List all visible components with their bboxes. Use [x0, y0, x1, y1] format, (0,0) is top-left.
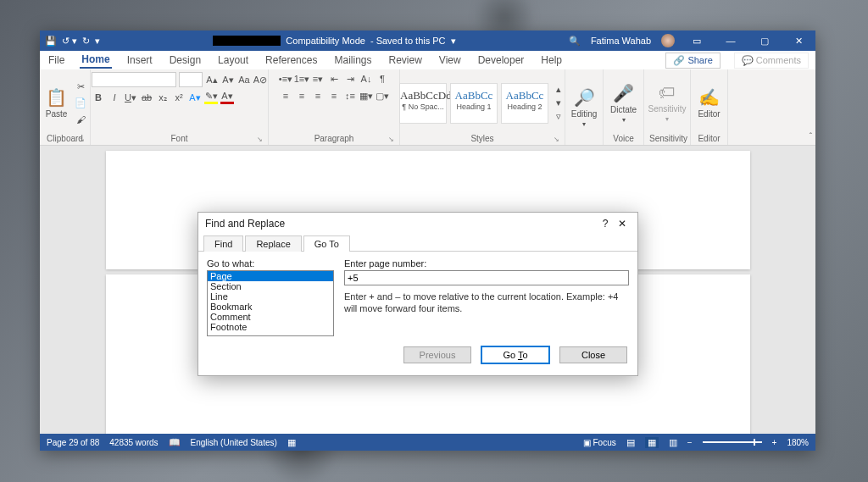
styles-expand-icon[interactable]: ▿	[552, 110, 565, 124]
language-indicator[interactable]: English (United States)	[191, 438, 277, 447]
dialog-close-button[interactable]: ✕	[614, 218, 631, 230]
styles-scroll-up-icon[interactable]: ▴	[552, 83, 565, 97]
subscript-button[interactable]: x₂	[156, 91, 170, 104]
underline-button[interactable]: U▾	[124, 91, 137, 104]
font-dialog-launcher-icon[interactable]: ↘	[257, 136, 263, 143]
font-size-combobox[interactable]	[179, 72, 203, 87]
sensitivity-button[interactable]: 🏷Sensitivity▾	[645, 83, 690, 123]
goto-button[interactable]: Go To	[481, 346, 549, 363]
comments-button[interactable]: 💬 Comments	[734, 53, 809, 69]
tab-help[interactable]: Help	[539, 53, 564, 68]
numbering-icon[interactable]: 1≡▾	[295, 72, 309, 86]
tab-developer[interactable]: Developer	[476, 53, 526, 68]
shrink-font-icon[interactable]: A▾	[221, 73, 235, 86]
strikethrough-button[interactable]: ab	[140, 91, 153, 104]
zoom-out-button[interactable]: −	[687, 438, 693, 447]
decrease-indent-icon[interactable]: ⇤	[327, 72, 341, 86]
increase-indent-icon[interactable]: ⇥	[343, 72, 357, 86]
zoom-level[interactable]: 180%	[787, 438, 809, 447]
redo-icon[interactable]: ↻	[82, 36, 90, 47]
align-right-icon[interactable]: ≡	[311, 89, 325, 102]
bold-button[interactable]: B	[92, 91, 105, 104]
page-number-input[interactable]	[344, 270, 629, 285]
show-marks-icon[interactable]: ¶	[376, 72, 389, 86]
tab-mailings[interactable]: Mailings	[332, 53, 373, 68]
paste-button[interactable]: 📋Paste	[42, 87, 71, 119]
saved-dropdown-icon[interactable]: ▾	[451, 36, 456, 47]
tab-review[interactable]: Review	[387, 53, 423, 68]
search-icon[interactable]: 🔍	[569, 36, 581, 47]
tab-layout[interactable]: Layout	[216, 53, 250, 68]
shading-icon[interactable]: ▦▾	[359, 89, 373, 102]
tab-home[interactable]: Home	[80, 52, 111, 69]
italic-button[interactable]: I	[108, 91, 121, 104]
editing-button[interactable]: 🔎Editing▾	[568, 87, 601, 128]
zoom-in-button[interactable]: +	[772, 438, 777, 447]
borders-icon[interactable]: ▢▾	[376, 89, 389, 102]
font-family-combobox[interactable]	[92, 72, 176, 87]
goto-what-listbox[interactable]: Page Section Line Bookmark Comment Footn…	[207, 270, 334, 336]
ribbon-display-icon[interactable]: ▭	[685, 36, 709, 47]
change-case-icon[interactable]: Aa	[237, 73, 251, 86]
multilevel-list-icon[interactable]: ≡▾	[311, 72, 325, 86]
copy-icon[interactable]: 📄	[74, 97, 87, 110]
style-no-spacing[interactable]: AaBbCcDd¶ No Spac...	[399, 83, 447, 124]
spelling-status-icon[interactable]: 📖	[169, 437, 181, 448]
undo-icon[interactable]: ↺ ▾	[62, 36, 77, 47]
styles-dialog-launcher-icon[interactable]: ↘	[554, 136, 559, 143]
justify-icon[interactable]: ≡	[327, 89, 341, 102]
paragraph-dialog-launcher-icon[interactable]: ↘	[388, 136, 394, 143]
dialog-tab-goto[interactable]: Go To	[303, 235, 350, 252]
close-button[interactable]: Close	[559, 346, 627, 363]
font-color-icon[interactable]: A▾	[220, 91, 234, 104]
tab-references[interactable]: References	[264, 53, 319, 68]
share-button[interactable]: 🔗 Share	[665, 53, 720, 69]
close-button[interactable]: ✕	[787, 36, 810, 47]
style-heading-1[interactable]: AaBbCcHeading 1	[450, 83, 498, 124]
highlight-icon[interactable]: ✎▾	[204, 91, 218, 104]
styles-scroll-down-icon[interactable]: ▾	[552, 97, 565, 110]
dialog-tab-replace[interactable]: Replace	[245, 235, 301, 252]
bullets-icon[interactable]: •≡▾	[279, 72, 292, 86]
align-left-icon[interactable]: ≡	[279, 89, 292, 102]
page-indicator[interactable]: Page 29 of 88	[47, 438, 99, 447]
editor-button[interactable]: ✍Editor	[694, 87, 723, 119]
word-count[interactable]: 42835 words	[109, 438, 158, 447]
dictate-button[interactable]: 🎤Dictate▾	[607, 83, 640, 124]
user-name[interactable]: Fatima Wahab	[591, 36, 651, 46]
format-painter-icon[interactable]: 🖌	[74, 113, 87, 126]
cut-icon[interactable]: ✂	[74, 80, 87, 94]
style-heading-2[interactable]: AaBbCcHeading 2	[501, 83, 548, 124]
list-item[interactable]: Line	[208, 291, 333, 302]
minimize-button[interactable]: —	[719, 36, 743, 46]
superscript-button[interactable]: x²	[172, 91, 186, 104]
print-layout-icon[interactable]: ▦	[645, 437, 659, 448]
zoom-slider[interactable]	[703, 441, 762, 443]
list-item[interactable]: Bookmark	[208, 302, 333, 312]
list-item[interactable]: Comment	[208, 312, 333, 322]
dialog-help-button[interactable]: ?	[597, 218, 614, 230]
tab-insert[interactable]: Insert	[125, 53, 154, 68]
list-item[interactable]: Footnote	[208, 322, 333, 332]
list-item[interactable]: Section	[208, 281, 333, 291]
read-mode-icon[interactable]: ▤	[626, 437, 635, 448]
align-center-icon[interactable]: ≡	[295, 89, 309, 102]
text-effects-icon[interactable]: A▾	[188, 91, 202, 104]
macro-status-icon[interactable]: ▦	[287, 437, 296, 448]
collapse-ribbon-icon[interactable]: ˆ	[810, 132, 812, 141]
maximize-button[interactable]: ▢	[753, 36, 776, 47]
tab-design[interactable]: Design	[168, 53, 203, 68]
clipboard-dialog-launcher-icon[interactable]: ↘	[79, 136, 85, 143]
line-spacing-icon[interactable]: ↕≡	[343, 89, 357, 102]
sort-icon[interactable]: A↓	[359, 72, 373, 86]
avatar[interactable]	[661, 34, 675, 47]
clear-formatting-icon[interactable]: A⊘	[253, 73, 267, 86]
focus-mode-button[interactable]: ▣ Focus	[583, 438, 616, 447]
save-icon[interactable]: 💾	[45, 36, 57, 47]
tab-view[interactable]: View	[437, 53, 463, 68]
list-item[interactable]: Page	[208, 271, 333, 281]
dialog-tab-find[interactable]: Find	[203, 235, 243, 252]
tab-file[interactable]: File	[47, 53, 66, 68]
web-layout-icon[interactable]: ▥	[669, 437, 677, 448]
grow-font-icon[interactable]: A▴	[205, 73, 219, 86]
